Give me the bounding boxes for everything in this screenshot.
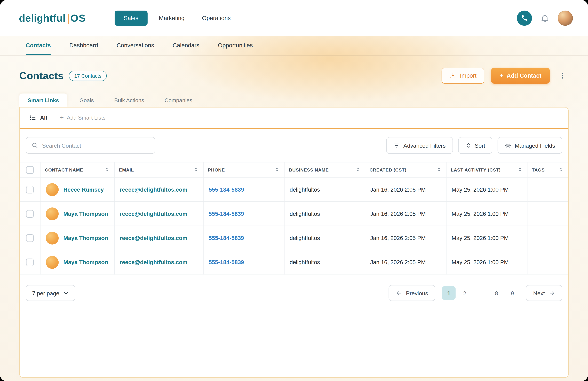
row-checkbox[interactable] [26,258,34,266]
phone-link[interactable]: 555-184-5839 [209,210,244,217]
col-created: CREATED (CST) [369,167,406,172]
col-tags: TAGS [532,167,545,172]
pagination-controls: Previous 1 2 ... 8 9 Next [388,285,562,301]
nav-marketing[interactable]: Marketing [153,10,190,25]
list-icon [29,114,36,121]
select-all-checkbox[interactable] [26,166,34,174]
brand-part1: delightful [19,12,65,24]
subnav-calendars[interactable]: Calendars [173,36,199,55]
head-actions: Import + Add Contact [442,68,569,84]
email-link[interactable]: reece@delightfultos.com [120,259,187,265]
row-checkbox[interactable] [26,186,34,193]
top-bar-right [517,10,573,25]
phone-link[interactable]: 555-184-5839 [209,259,244,265]
contact-avatar [46,183,59,196]
sort-arrows-icon[interactable] [437,167,441,173]
page-number-1[interactable]: 1 [442,286,456,300]
phone-button[interactable] [517,10,532,25]
col-business-name: BUSINESS NAME [289,167,329,172]
add-smart-lists-label: Add Smart Lists [67,115,105,121]
last-activity-cell: May 25, 2026 1:00 PM [452,186,509,193]
table-controls: Advanced Filters Sort Mana [20,129,568,162]
bell-icon [540,13,549,22]
advanced-filters-button[interactable]: Advanced Filters [386,137,453,154]
add-smart-lists-button[interactable]: + Add Smart Lists [60,114,105,121]
tab-smart-links[interactable]: Smart Links [19,93,67,107]
up-down-arrows-icon [465,142,471,149]
brand-part2: OS [70,12,86,24]
tab-bulk-actions[interactable]: Bulk Actions [106,93,152,107]
sort-arrows-icon[interactable] [517,167,522,173]
col-last-activity: LAST ACTIVITY (CST) [451,167,501,172]
row-checkbox[interactable] [26,210,34,217]
table-row[interactable]: Maya Thompson reece@delightfultos.com 55… [20,202,568,226]
contact-name-link[interactable]: Maya Thompson [63,235,108,241]
business-name-cell: delightfultos [290,259,320,265]
last-activity-cell: May 25, 2026 1:00 PM [452,210,509,217]
email-link[interactable]: reece@delightfultos.com [120,210,187,217]
sort-arrows-icon[interactable] [559,167,564,173]
contact-name-link[interactable]: Maya Thompson [63,259,108,265]
subnav-conversations[interactable]: Conversations [117,36,154,55]
contacts-count-badge: 17 Contacts [69,71,107,81]
search-contact-input[interactable] [42,142,149,149]
subnav-contacts[interactable]: Contacts [26,36,51,55]
nav-sales[interactable]: Sales [115,10,147,25]
contact-tabs: Smart Links Goals Bulk Actions Companies [19,93,568,107]
previous-label: Previous [406,290,428,296]
contact-name-link[interactable]: Reece Rumsey [63,186,104,193]
phone-icon [521,14,528,22]
brand-logo[interactable]: delightful|OS [19,12,86,24]
advanced-filters-label: Advanced Filters [403,142,445,149]
pagination: 7 per page Previous 1 [20,274,568,312]
table-row[interactable]: Maya Thompson reece@delightfultos.com 55… [20,250,568,274]
managed-fields-button[interactable]: Managed Fields [498,137,562,154]
tab-companies[interactable]: Companies [156,93,201,107]
table-header-row: CONTACT NAME EMAIL PHONE BUSINESS NAME C… [20,162,568,177]
sort-arrows-icon[interactable] [105,167,110,173]
chevron-down-icon [63,290,69,296]
sort-arrows-icon[interactable] [193,167,198,173]
kebab-menu-icon [559,72,566,79]
phone-link[interactable]: 555-184-5839 [209,186,244,193]
per-page-select[interactable]: 7 per page [26,285,75,301]
more-options-button[interactable] [557,70,569,82]
created-cell: Jan 16, 2026 2:05 PM [370,186,426,193]
sort-button[interactable]: Sort [458,137,492,154]
user-avatar[interactable] [558,10,573,25]
nav-operations[interactable]: Operations [196,10,237,25]
sort-label: Sort [475,142,485,149]
col-phone: PHONE [208,167,225,172]
page-number-9[interactable]: 9 [505,286,519,300]
phone-link[interactable]: 555-184-5839 [209,235,244,241]
page-title: Contacts [19,70,63,82]
subnav-dashboard[interactable]: Dashboard [69,36,98,55]
table-row[interactable]: Reece Rumsey reece@delightfultos.com 555… [20,177,568,202]
primary-nav: Sales Marketing Operations [115,10,237,25]
add-contact-button[interactable]: + Add Contact [491,68,550,84]
smart-list-all[interactable]: All [29,114,47,121]
row-checkbox[interactable] [26,234,34,242]
subnav-opportunities[interactable]: Opportunities [218,36,253,55]
import-label: Import [460,72,477,79]
smart-lists-row: All + Add Smart Lists [20,108,568,129]
page-number-2[interactable]: 2 [458,286,472,300]
page-number-8[interactable]: 8 [490,286,503,300]
last-activity-cell: May 25, 2026 1:00 PM [452,259,509,265]
last-activity-cell: May 25, 2026 1:00 PM [452,235,509,241]
next-page-button[interactable]: Next [526,285,562,301]
content: Contacts 17 Contacts Import + Add Contac… [0,56,588,381]
import-button[interactable]: Import [442,68,484,84]
gear-icon [505,142,511,149]
page-head: Contacts 17 Contacts Import + Add Contac… [19,68,568,84]
sort-arrows-icon[interactable] [355,167,360,173]
email-link[interactable]: reece@delightfultos.com [120,186,187,193]
sort-arrows-icon[interactable] [274,167,279,173]
tab-goals[interactable]: Goals [71,93,102,107]
table-row[interactable]: Maya Thompson reece@delightfultos.com 55… [20,226,568,250]
contact-name-link[interactable]: Maya Thompson [63,210,108,217]
notifications-button[interactable] [540,13,549,22]
per-page-label: 7 per page [32,290,59,296]
previous-page-button[interactable]: Previous [388,285,435,301]
email-link[interactable]: reece@delightfultos.com [120,235,187,241]
